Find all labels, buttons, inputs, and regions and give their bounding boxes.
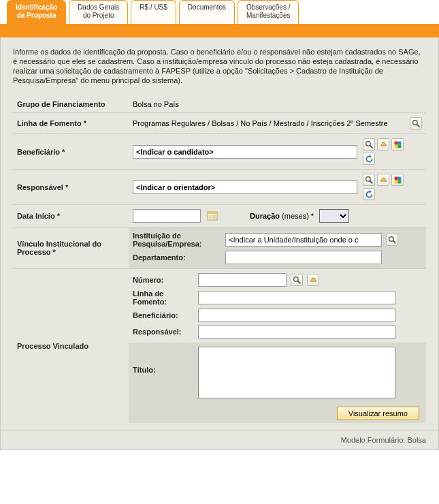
form-table: Grupo de Financiamento Bolsa no País Lin… [13,96,426,423]
color-picker-icon[interactable] [391,138,404,151]
calendar-icon[interactable] [206,210,218,222]
search-icon[interactable] [363,174,375,186]
label-vinculo: Vínculo Institucional do Processo * [13,227,129,269]
tab-bar: Identificação da Proposta Dados Gerais d… [0,0,439,24]
label-responsavel: Responsável * [13,170,129,205]
label-data-inicio: Data Início * [13,205,129,227]
label-pv-linha: Linha de Fomento: [133,289,194,306]
label-pv-beneficiario: Beneficiário: [133,311,194,319]
select-duracao[interactable] [319,209,349,223]
footer-text: Modelo Formulário: Bolsa [0,430,439,450]
textarea-pv-titulo[interactable] [198,347,395,398]
svg-line-24 [297,281,300,283]
clear-icon[interactable] [377,174,389,186]
svg-rect-15 [208,212,217,214]
label-instituicao: Instituição de Pesquisa/Empresa: [133,232,221,248]
tab-documentos[interactable]: Documentos [179,0,235,24]
input-data-inicio[interactable] [133,209,201,223]
label-grupo: Grupo de Financiamento [13,96,129,113]
input-departamento[interactable] [225,251,382,264]
svg-point-8 [365,176,370,181]
tab-identificacao[interactable]: Identificação da Proposta [7,0,66,24]
svg-rect-12 [394,180,397,183]
tab-moeda[interactable]: R$ / US$ [131,0,176,24]
svg-rect-4 [394,141,397,144]
svg-point-2 [365,141,370,146]
search-icon[interactable] [386,234,398,246]
tab-dados-gerais[interactable]: Dados Gerais do Projeto [69,0,128,24]
svg-rect-5 [397,141,401,144]
label-pv-responsavel: Responsável: [133,328,194,336]
input-numero[interactable] [198,273,287,287]
color-picker-icon[interactable] [391,174,404,186]
clear-icon[interactable] [307,274,319,286]
label-departamento: Departamento: [133,253,221,262]
value-grupo: Bolsa no País [129,96,426,113]
tab-observacoes[interactable]: Observações / Manifestações [238,0,299,24]
label-beneficiario: Beneficiário * [13,134,129,170]
input-pv-beneficiario[interactable] [198,309,395,322]
svg-line-1 [417,124,419,127]
svg-rect-7 [397,144,401,148]
svg-line-22 [393,240,395,243]
clear-icon[interactable] [377,138,389,151]
svg-line-9 [370,180,372,183]
search-icon[interactable] [410,117,422,129]
input-pv-responsavel[interactable] [198,325,395,338]
label-duracao: Duração (meses) * [250,212,314,220]
input-responsavel[interactable] [133,180,357,194]
refresh-icon[interactable] [363,188,375,200]
label-pv-titulo: Título: [133,347,194,374]
intro-text: Informe os dados de identificação da pro… [13,47,426,85]
svg-point-21 [389,236,393,241]
svg-point-0 [412,120,417,125]
input-instituicao[interactable] [225,233,382,247]
svg-rect-6 [394,144,397,148]
visualizar-resumo-button[interactable]: Visualizar resumo [337,407,419,420]
label-processo-vinculado: Processo Vinculado [13,269,129,424]
search-icon[interactable] [291,274,303,286]
label-linha: Linha de Fomento * [13,113,129,134]
label-numero: Número: [133,276,194,284]
svg-rect-10 [394,176,397,180]
svg-point-23 [293,277,298,281]
refresh-icon[interactable] [363,153,375,165]
svg-rect-13 [397,180,401,183]
value-linha: Programas Regulares / Bolsas / No País /… [133,119,404,127]
tab-band [0,24,439,37]
input-pv-linha[interactable] [198,291,395,304]
svg-rect-11 [397,176,401,180]
search-icon[interactable] [363,138,375,151]
svg-line-3 [370,145,372,148]
input-beneficiario[interactable] [133,145,357,159]
